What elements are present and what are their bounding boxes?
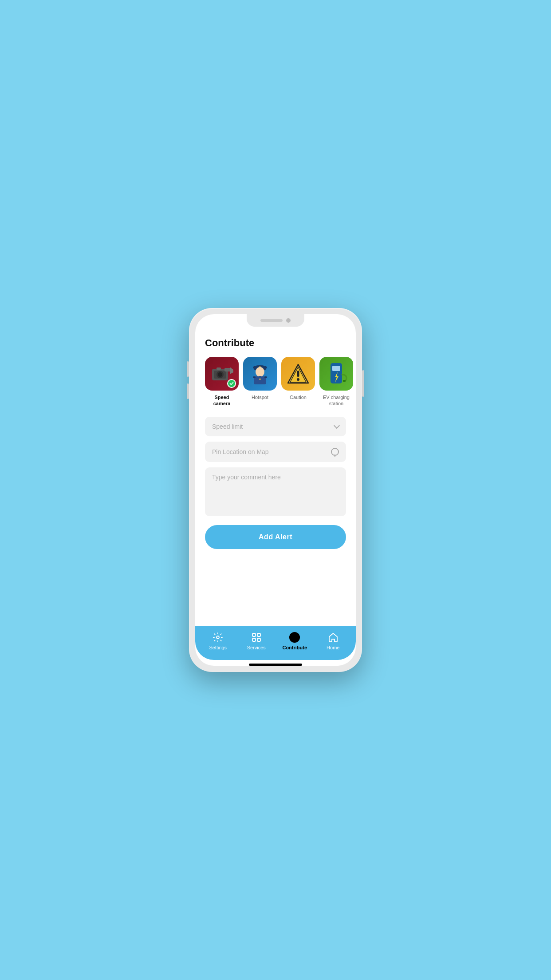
svg-rect-28 [257,638,260,641]
caution-icon-box [281,357,315,391]
nav-services-label: Services [247,645,266,650]
home-icon [327,632,339,643]
ev-charging-icon-box [319,357,353,391]
nav-contribute-label: Contribute [282,645,307,650]
svg-rect-27 [252,638,256,641]
speed-camera-category[interactable]: Speedcamera [205,357,239,407]
bottom-navigation: Settings Services [195,626,356,660]
contribute-icon [289,632,300,643]
power-button [362,370,364,397]
hotspot-category[interactable]: Hotspot [243,357,277,407]
svg-rect-21 [332,366,340,371]
hotspot-icon-box [243,357,277,391]
page-title: Contribute [205,337,346,349]
speed-limit-dropdown[interactable]: Speed limit [205,417,346,436]
caution-category[interactable]: Caution [281,357,315,407]
ev-svg-icon [325,361,347,386]
nav-services[interactable]: Services [237,632,276,650]
settings-icon [212,632,224,643]
svg-rect-23 [343,380,346,382]
caution-label: Caution [290,394,307,400]
ev-charging-category[interactable]: EV chargingstation [319,357,353,407]
services-icon [251,632,262,643]
svg-marker-5 [230,367,233,374]
officer-svg-icon [249,361,271,386]
caution-svg-icon [287,364,309,384]
speaker [260,319,283,322]
hotspot-label: Hotspot [252,394,268,400]
phone-screen: Contribute [195,314,356,666]
location-pin-icon [331,448,339,456]
category-grid: Speedcamera [205,357,346,407]
ev-charging-label: EV chargingstation [323,394,350,407]
pin-location-placeholder: Pin Location on Map [212,448,269,455]
svg-rect-6 [216,368,221,370]
nav-home-label: Home [327,645,339,650]
comment-field[interactable]: Type your comment here [205,467,346,516]
volume-down-button [187,383,189,399]
svg-rect-26 [257,633,260,636]
main-scroll-area: Contribute [195,328,356,626]
volume-up-button [187,361,189,377]
checkmark-svg [229,381,234,386]
pin-location-field[interactable]: Pin Location on Map [205,442,346,462]
svg-rect-4 [224,368,231,371]
svg-point-10 [256,367,264,377]
svg-rect-13 [259,376,261,379]
svg-rect-14 [253,376,256,378]
add-alert-button[interactable]: Add Alert [205,525,346,549]
nav-settings-label: Settings [209,645,227,650]
nav-contribute[interactable]: Contribute [276,632,314,650]
home-indicator [249,664,302,666]
notch [247,314,304,327]
svg-point-19 [297,378,299,381]
screen-content: Contribute [195,314,356,666]
svg-point-24 [216,636,219,639]
speed-camera-label: Speedcamera [213,394,231,407]
nav-home[interactable]: Home [314,632,353,650]
comment-placeholder: Type your comment here [212,474,281,481]
checkmark-badge [227,379,236,388]
phone-frame: Contribute [189,308,362,672]
speed-limit-placeholder: Speed limit [212,423,243,430]
speed-camera-icon-box [205,357,239,391]
svg-point-3 [218,372,222,377]
svg-rect-15 [264,376,267,378]
nav-settings[interactable]: Settings [199,632,237,650]
dropdown-arrow-icon [334,423,340,429]
svg-rect-25 [252,633,256,636]
svg-rect-18 [297,371,299,377]
front-camera [286,318,291,323]
